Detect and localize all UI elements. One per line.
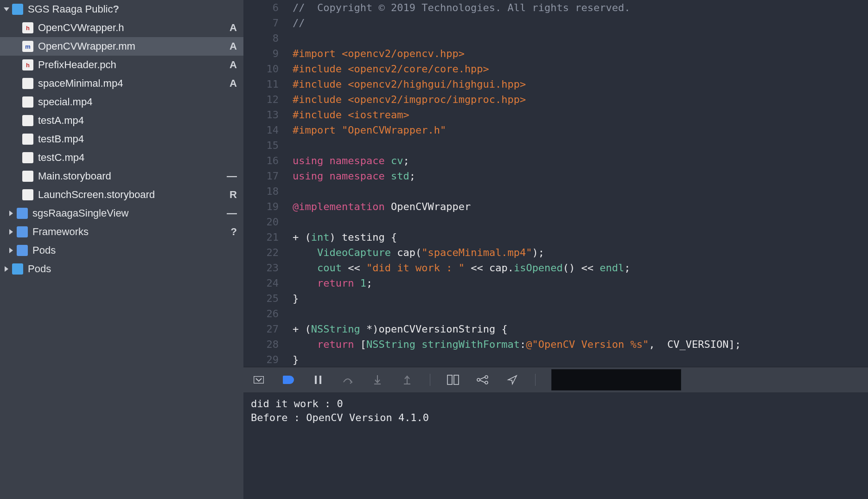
file-row[interactable]: spaceMinimal.mp4A — [0, 74, 243, 93]
code-line[interactable]: 13#include <iostream> — [243, 107, 868, 122]
code-line[interactable]: 6// Copyright © 2019 Technologies. All r… — [243, 0, 868, 15]
pods-root[interactable]: Pods — [0, 260, 243, 278]
code-line[interactable]: 17using namespace std; — [243, 168, 868, 184]
code-line[interactable]: 21+ (int) testing { — [243, 230, 868, 245]
file-row[interactable]: mOpenCVWrapper.mmA — [0, 37, 243, 56]
code-line[interactable]: 27+ (NSString *)openCVVersionString { — [243, 321, 868, 337]
line-number: 11 — [243, 77, 285, 92]
pause-icon[interactable] — [311, 373, 325, 387]
toolbar-separator — [535, 374, 536, 386]
folder-icon — [17, 226, 28, 237]
debug-toolbar — [243, 367, 868, 392]
line-number: 26 — [243, 306, 285, 321]
file-name: PrefixHeader.pch — [38, 59, 116, 71]
console-line: did it work : 0 — [251, 397, 861, 411]
folder-name: Pods — [32, 244, 56, 256]
file-row[interactable]: hPrefixHeader.pchA — [0, 56, 243, 74]
editor-pane: 6// Copyright © 2019 Technologies. All r… — [243, 0, 868, 499]
line-number: 17 — [243, 168, 285, 184]
folder-name: sgsRaagaSingleView — [32, 207, 129, 219]
chevron-right-icon — [5, 266, 8, 272]
code-content — [285, 184, 868, 199]
code-content: @implementation OpenCVWrapper — [285, 199, 868, 214]
code-content — [285, 306, 868, 321]
code-line[interactable]: 24 return 1; — [243, 275, 868, 291]
code-line[interactable]: 26 — [243, 306, 868, 321]
breakpoints-icon[interactable] — [281, 373, 295, 387]
code-line[interactable]: 16using namespace cv; — [243, 153, 868, 168]
project-root[interactable]: SGS Raaga Public ? — [0, 0, 243, 19]
file-status: A — [230, 77, 237, 90]
svg-rect-0 — [254, 377, 264, 384]
code-content: #include <iostream> — [285, 107, 868, 122]
file-row[interactable]: testA.mp4 — [0, 111, 243, 130]
file-name: OpenCVWrapper.h — [38, 22, 124, 34]
file-name: spaceMinimal.mp4 — [38, 77, 123, 90]
line-number: 20 — [243, 214, 285, 230]
file-row[interactable]: hOpenCVWrapper.hA — [0, 19, 243, 37]
code-line[interactable]: 23 cout << "did it work : " << cap.isOpe… — [243, 260, 868, 275]
line-number: 6 — [243, 0, 285, 15]
debug-view-icon[interactable] — [446, 373, 460, 387]
code-content: return [NSString stringWithFormat:@"Open… — [285, 337, 868, 352]
code-line[interactable]: 28 return [NSString stringWithFormat:@"O… — [243, 337, 868, 352]
debug-filter-field[interactable] — [551, 369, 681, 390]
svg-point-9 — [485, 381, 488, 384]
code-content: #include <opencv2/core/core.hpp> — [285, 61, 868, 77]
code-line[interactable]: 20 — [243, 214, 868, 230]
code-content: } — [285, 291, 868, 306]
file-icon — [22, 171, 33, 182]
code-line[interactable]: 14#import "OpenCVWrapper.h" — [243, 122, 868, 138]
folder-row[interactable]: Pods — [0, 241, 243, 260]
code-line[interactable]: 25} — [243, 291, 868, 306]
memory-graph-icon[interactable] — [476, 373, 490, 387]
svg-point-7 — [477, 378, 480, 381]
folder-row[interactable]: Frameworks? — [0, 223, 243, 241]
code-line[interactable]: 12#include <opencv2/imgproc/imgproc.hpp> — [243, 92, 868, 107]
code-line[interactable]: 8 — [243, 31, 868, 46]
code-line[interactable]: 18 — [243, 184, 868, 199]
code-editor[interactable]: 6// Copyright © 2019 Technologies. All r… — [243, 0, 868, 367]
line-number: 25 — [243, 291, 285, 306]
step-out-icon[interactable] — [400, 373, 414, 387]
step-over-icon[interactable] — [341, 373, 355, 387]
file-name: testB.mp4 — [38, 133, 84, 145]
pods-icon — [12, 263, 23, 275]
file-row[interactable]: special.mp4 — [0, 93, 243, 111]
code-line[interactable]: 10#include <opencv2/core/core.hpp> — [243, 61, 868, 77]
file-icon: m — [22, 41, 33, 52]
code-line[interactable]: 15 — [243, 138, 868, 153]
file-icon — [22, 78, 33, 89]
project-navigator[interactable]: SGS Raaga Public ? hOpenCVWrapper.hAmOpe… — [0, 0, 243, 499]
folder-icon — [17, 208, 28, 219]
line-number: 19 — [243, 199, 285, 214]
code-line[interactable]: 7// — [243, 15, 868, 31]
project-status: ? — [113, 3, 125, 15]
console-line: Before : OpenCV Version 4.1.0 — [251, 411, 861, 425]
code-content: + (int) testing { — [285, 230, 868, 245]
file-row[interactable]: testC.mp4 — [0, 148, 243, 167]
location-icon[interactable] — [505, 373, 519, 387]
hide-debug-icon[interactable] — [252, 373, 266, 387]
file-name: Main.storyboard — [38, 170, 111, 182]
file-status: — — [227, 170, 237, 182]
project-icon — [12, 4, 23, 15]
code-line[interactable]: 22 VideoCapture cap("spaceMinimal.mp4"); — [243, 245, 868, 260]
file-row[interactable]: testB.mp4 — [0, 130, 243, 148]
file-row[interactable]: LaunchScreen.storyboardR — [0, 186, 243, 204]
chevron-right-icon — [9, 248, 13, 253]
code-content: VideoCapture cap("spaceMinimal.mp4"); — [285, 245, 868, 260]
code-content: return 1; — [285, 275, 868, 291]
code-line[interactable]: 29} — [243, 352, 868, 367]
code-line[interactable]: 19@implementation OpenCVWrapper — [243, 199, 868, 214]
file-row[interactable]: Main.storyboard— — [0, 167, 243, 186]
console-output[interactable]: did it work : 0Before : OpenCV Version 4… — [243, 392, 868, 499]
file-name: testC.mp4 — [38, 152, 84, 164]
code-line[interactable]: 11#include <opencv2/highgui/highgui.hpp> — [243, 77, 868, 92]
svg-rect-3 — [374, 384, 381, 384]
step-into-icon[interactable] — [370, 373, 384, 387]
line-number: 21 — [243, 230, 285, 245]
folder-row[interactable]: sgsRaagaSingleView— — [0, 204, 243, 223]
line-number: 10 — [243, 61, 285, 77]
code-line[interactable]: 9#import <opencv2/opencv.hpp> — [243, 46, 868, 61]
